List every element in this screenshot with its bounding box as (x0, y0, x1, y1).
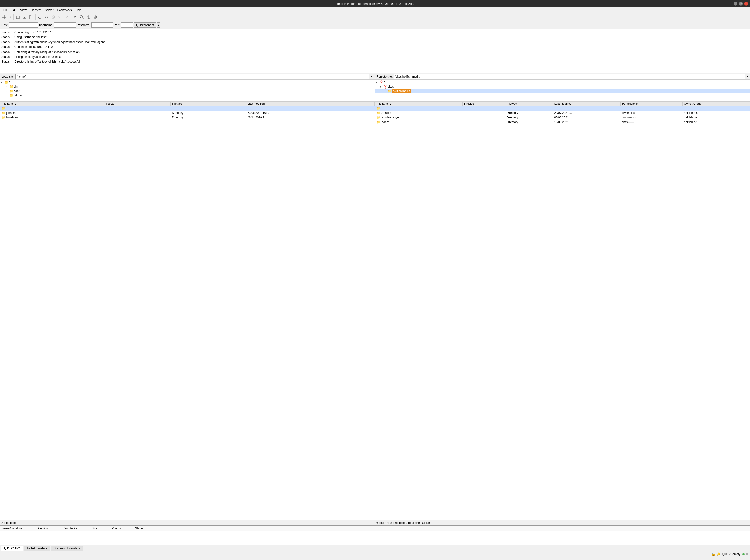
tree-arrow: › (6, 85, 9, 88)
tree-item-bin[interactable]: › 📁 bin (0, 84, 375, 89)
tree-item-remote-root[interactable]: ▾ ❓ / (375, 80, 750, 84)
sync-button[interactable] (43, 14, 50, 20)
connection-bar: Host: Username: Password: Port: Quickcon… (0, 21, 750, 29)
queue-columns: Server/Local file Direction Remote file … (0, 526, 750, 531)
table-row[interactable]: 📁.. (375, 106, 750, 111)
table-row[interactable]: 📁.cache Directory 16/09/2021 ... drwx---… (375, 120, 750, 124)
cell-modified: 23/09/2021 10:... (246, 111, 375, 115)
refresh-button[interactable] (37, 14, 43, 20)
search-button[interactable] (79, 14, 85, 20)
tree-item-cdrom[interactable]: › 📁 cdrom (0, 93, 375, 98)
col-filetype-remote[interactable]: Filetype (505, 102, 553, 106)
table-row[interactable]: 📁linuxbrew Directory 28/11/2020 21:... (0, 115, 375, 120)
tree-item-root[interactable]: ▾ 📁 / (0, 80, 375, 84)
cell-modified (246, 106, 375, 111)
disconnect-button[interactable] (57, 14, 63, 20)
tree-arrow: › (6, 90, 9, 92)
quickconnect-button[interactable]: Quickconnect (134, 22, 156, 28)
status-text: Connecting to 46.101.192.110... (15, 30, 56, 35)
col-owner-remote[interactable]: Owner/Group (683, 102, 750, 106)
status-line: Status:Connecting to 46.101.192.110... (1, 30, 749, 35)
compare-dirs-button[interactable] (85, 14, 92, 20)
col-filesize-remote[interactable]: Filesize (462, 102, 505, 106)
username-input[interactable] (54, 22, 76, 28)
cell-filetype: Directory (171, 111, 246, 115)
reconnect-button[interactable] (64, 14, 70, 20)
queue-col-remote: Remote file (62, 527, 77, 530)
tree-arrow: › (384, 90, 387, 92)
cell-permissions: drwx------ (620, 120, 683, 124)
transfer-type-button[interactable] (72, 14, 78, 20)
table-row[interactable]: 📁.. (0, 106, 375, 111)
cell-filetype: Directory (171, 115, 246, 120)
view-remote-button[interactable] (92, 14, 99, 20)
status-label: Status: (1, 40, 13, 44)
col-filename-remote[interactable]: Filename ▲ (375, 102, 463, 106)
cell-filesize (103, 111, 171, 115)
cell-filesize (462, 120, 505, 124)
site-manager-button[interactable] (1, 14, 7, 20)
cell-filename: 📁.ansible_async (375, 115, 463, 120)
cancel-button[interactable] (50, 14, 56, 20)
separator-2 (35, 15, 36, 20)
tree-item-hellfish-media[interactable]: › 📁 hellfish.media (375, 89, 750, 93)
remote-panel: Remote site: ▾ ▾ ❓ / ▾ ❓ sites › 📁 hellf… (375, 74, 750, 525)
host-input[interactable] (9, 22, 38, 28)
maximize-button[interactable]: □ (739, 2, 743, 5)
cell-permissions (620, 106, 683, 111)
cell-owner: hellfish he... (683, 115, 750, 120)
site-manager-dropdown[interactable]: ▾ (8, 14, 13, 20)
password-input[interactable] (91, 22, 113, 28)
port-input[interactable] (121, 22, 133, 28)
table-row[interactable]: 📁.ansible_async Directory 03/08/2021 ...… (375, 115, 750, 120)
tree-item-boot[interactable]: › 📁 boot (0, 89, 375, 93)
col-modified-local[interactable]: Last modified (246, 102, 375, 106)
menu-item-bookmarks[interactable]: Bookmarks (55, 8, 74, 12)
col-permissions-remote[interactable]: Permissions (620, 102, 683, 106)
status-line: Status:Connected to 46.101.192.110 (1, 44, 749, 49)
folder-icon: 📁 (387, 89, 391, 93)
local-path-dropdown[interactable]: ▾ (370, 75, 373, 78)
close-tab-button[interactable] (21, 14, 28, 20)
minimize-button[interactable]: ─ (734, 2, 737, 5)
menu-item-transfer[interactable]: Transfer (28, 8, 43, 12)
table-row[interactable]: 📁.ansible Directory 22/07/2021 ... drwxr… (375, 111, 750, 115)
cell-filename: 📁.. (375, 106, 463, 111)
menu-item-help[interactable]: Help (74, 8, 83, 12)
local-file-list: Filename ▲ Filesize Filetype Last modifi… (0, 101, 375, 520)
toggle-tree-button[interactable] (28, 14, 35, 20)
menu-item-view[interactable]: View (18, 8, 28, 12)
tree-item-label: boot (14, 89, 19, 93)
new-tab-button[interactable] (15, 14, 21, 20)
table-row[interactable]: 📁jonathan Directory 23/09/2021 10:... (0, 111, 375, 115)
col-filename-local[interactable]: Filename ▲ (0, 102, 103, 106)
status-label: Status: (1, 44, 13, 49)
menu-item-file[interactable]: File (1, 8, 9, 12)
status-label: Status: (1, 35, 13, 40)
svg-line-21 (60, 16, 61, 18)
queue-col-size: Size (92, 527, 97, 530)
cell-filesize (462, 111, 505, 115)
status-text: Connected to 46.101.192.110 (15, 44, 53, 49)
close-button[interactable]: ✕ (744, 2, 748, 5)
cell-filename: 📁linuxbrew (0, 115, 103, 120)
menu-item-server[interactable]: Server (43, 8, 55, 12)
cell-modified: 16/09/2021 ... (553, 120, 620, 124)
local-path-bar: Local site: ▾ (0, 74, 375, 80)
col-modified-remote[interactable]: Last modified (553, 102, 620, 106)
menu-item-edit[interactable]: Edit (9, 8, 18, 12)
tree-item-label: hellfish.media (392, 89, 411, 93)
col-filetype-local[interactable]: Filetype (171, 102, 246, 106)
remote-path-input[interactable] (394, 74, 745, 79)
quickconnect-dropdown[interactable]: ▾ (157, 22, 160, 28)
remote-path-dropdown[interactable]: ▾ (746, 75, 749, 78)
svg-marker-15 (47, 16, 48, 18)
cell-filetype (171, 106, 246, 111)
tab-queued-files[interactable]: Queued files (1, 545, 23, 551)
local-path-input[interactable] (15, 74, 370, 79)
tab-failed-transfers[interactable]: Failed transfers (24, 546, 50, 551)
tab-successful-transfers[interactable]: Successful transfers (51, 546, 83, 551)
tree-item-sites[interactable]: ▾ ❓ sites (375, 84, 750, 89)
queue-pane: Server/Local file Direction Remote file … (0, 525, 750, 545)
col-filesize-local[interactable]: Filesize (103, 102, 171, 106)
